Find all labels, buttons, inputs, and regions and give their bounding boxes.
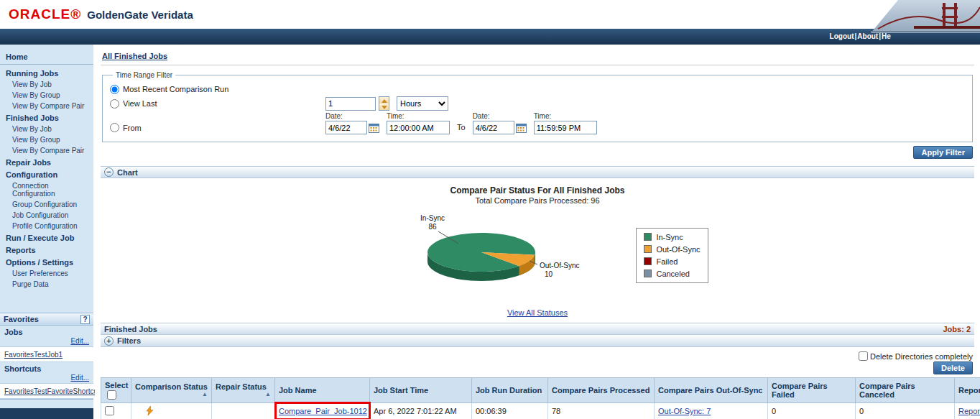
sidebar-item-reports[interactable]: Reports xyxy=(0,244,93,256)
sidebar-item-purge-data[interactable]: Purge Data xyxy=(0,279,93,290)
sidebar-item-configuration[interactable]: Configuration xyxy=(0,168,93,180)
sidebar-bottom-strip xyxy=(0,408,93,419)
product-name: GoldenGate Veridata xyxy=(87,9,193,21)
job-run-duration-cell: 00:06:39 xyxy=(472,402,548,419)
delete-directories-checkbox[interactable] xyxy=(859,351,868,361)
pie-value-in-sync: 86 xyxy=(429,223,438,231)
col-pairs-processed-header[interactable]: Compare Pairs Processed xyxy=(548,378,655,403)
sidebar: Home Running Jobs View By Job View By Gr… xyxy=(0,45,95,419)
sidebar-item-running-view-by-job[interactable]: View By Job xyxy=(0,79,93,90)
navbar-links: Logout|About|Help xyxy=(830,32,891,40)
row-select-checkbox[interactable] xyxy=(105,406,114,415)
breadcrumb: All Finished Jobs xyxy=(101,45,974,65)
oracle-logo: ORACLE® xyxy=(9,6,81,22)
to-time-input[interactable] xyxy=(534,121,597,134)
job-name-link[interactable]: Compare_Pair_Job-1012 xyxy=(279,407,367,415)
out-of-sync-link[interactable]: Out-Of-Sync: 7 xyxy=(658,407,711,415)
from-radio[interactable] xyxy=(110,123,119,132)
time-range-filter-legend: Time Range Filter xyxy=(113,71,175,79)
col-job-run-duration-header[interactable]: Job Run Duration xyxy=(472,378,548,403)
select-all-checkbox[interactable] xyxy=(107,390,116,400)
to-date-input[interactable] xyxy=(473,121,514,134)
number-spinner[interactable] xyxy=(379,96,389,111)
favorites-header: Favorites ? xyxy=(0,313,93,326)
sidebar-item-connection-configuration[interactable]: Connection Configuration xyxy=(0,180,93,199)
from-date-calendar-icon[interactable] xyxy=(369,123,379,133)
sidebar-nav: Home Running Jobs View By Job View By Gr… xyxy=(0,45,93,290)
sort-asc-icon[interactable]: ▲ xyxy=(265,391,271,397)
legend-label: In-Sync xyxy=(656,233,683,241)
spinner-down-icon[interactable] xyxy=(379,103,389,110)
from-time-input[interactable] xyxy=(387,121,450,134)
view-all-statuses-link[interactable]: View All Statuses xyxy=(507,308,568,317)
legend-label: Failed xyxy=(656,257,678,266)
sidebar-item-user-preferences[interactable]: User Preferences xyxy=(0,268,93,279)
favorite-shortcut-link[interactable]: FavoritesTestFavoriteShortcut xyxy=(4,387,100,395)
most-recent-label: Most Recent Comparison Run xyxy=(123,85,228,93)
golden-gate-bridge-image xyxy=(871,0,980,33)
job-start-time-cell: Apr 6, 2022 7:01:22 AM xyxy=(370,402,472,419)
row-select-cell xyxy=(101,402,131,419)
sidebar-item-finished-view-by-job[interactable]: View By Job xyxy=(0,124,93,134)
sidebar-item-home[interactable]: Home xyxy=(0,50,93,63)
sidebar-item-running-view-by-group[interactable]: View By Group xyxy=(0,90,93,101)
sidebar-item-profile-configuration[interactable]: Profile Configuration xyxy=(0,221,93,231)
sidebar-item-job-configuration[interactable]: Job Configuration xyxy=(0,210,93,221)
time-unit-select[interactable]: Hours xyxy=(397,96,448,111)
view-last-value-input[interactable] xyxy=(325,97,376,111)
from-date-input[interactable] xyxy=(325,121,367,134)
pairs-out-of-sync-cell: Out-Of-Sync: 7 xyxy=(655,402,768,419)
sidebar-item-finished-view-by-group[interactable]: View By Group xyxy=(0,134,93,145)
sort-asc-icon[interactable]: ▲ xyxy=(202,391,208,397)
col-pairs-canceled-header[interactable]: Compare Pairs Canceled xyxy=(856,378,955,403)
to-time-label: Time: xyxy=(534,112,597,120)
sidebar-item-running-jobs[interactable]: Running Jobs xyxy=(0,67,93,79)
most-recent-radio[interactable] xyxy=(110,85,119,94)
delete-button-top[interactable]: Delete xyxy=(933,362,973,374)
col-repair-status-header[interactable]: Repair Status▲ xyxy=(212,378,275,403)
logout-link[interactable]: Logout xyxy=(830,32,854,40)
finished-jobs-section-header: Finished Jobs Jobs: 2 xyxy=(101,323,974,335)
legend-swatch-failed xyxy=(644,257,652,265)
help-link[interactable]: Help xyxy=(882,32,891,40)
report-link[interactable]: Report xyxy=(958,407,980,415)
view-last-radio[interactable] xyxy=(110,99,119,109)
pie-value-out-of-sync: 10 xyxy=(545,270,553,278)
sidebar-item-options-settings[interactable]: Options / Settings xyxy=(0,256,93,268)
job-name-cell-annotated: Compare_Pair_Job-1012 xyxy=(275,402,370,419)
sidebar-item-finished-jobs[interactable]: Finished Jobs xyxy=(0,111,93,124)
logo: ORACLE® GoldenGate Veridata xyxy=(9,6,193,22)
sidebar-item-group-configuration[interactable]: Group Configuration xyxy=(0,199,93,210)
sidebar-item-run-execute-job[interactable]: Run / Execute Job xyxy=(0,231,93,244)
col-pairs-out-of-sync-header[interactable]: Compare Pairs Out-Of-Sync xyxy=(655,378,768,403)
spinner-up-icon[interactable] xyxy=(379,97,389,103)
col-job-name-header[interactable]: Job Name xyxy=(275,378,370,403)
favorites-help-button[interactable]: ? xyxy=(80,315,90,324)
pairs-failed-cell: 0 xyxy=(768,402,856,419)
apply-filter-button[interactable]: Apply Filter xyxy=(913,146,973,159)
col-pairs-failed-header[interactable]: Compare Pairs Failed xyxy=(768,378,856,403)
col-job-start-time-header[interactable]: Job Start Time xyxy=(370,378,472,403)
col-reports-header[interactable]: Reports xyxy=(955,378,980,403)
legend-item-failed: Failed xyxy=(644,257,700,266)
favorites-shortcuts-edit-link[interactable]: Edit... xyxy=(70,374,89,382)
breadcrumb-all-finished-jobs[interactable]: All Finished Jobs xyxy=(102,52,167,60)
col-comparison-status-header[interactable]: Comparison Status▲ xyxy=(131,378,212,403)
to-date-calendar-icon[interactable] xyxy=(516,123,527,133)
time-range-filter: Time Range Filter Most Recent Comparison… xyxy=(102,71,973,142)
favorites-jobs-edit-link[interactable]: Edit... xyxy=(70,337,89,345)
about-link[interactable]: About xyxy=(857,32,878,40)
out-of-sync-status-icon xyxy=(145,406,154,415)
sidebar-item-repair-jobs[interactable]: Repair Jobs xyxy=(0,156,93,168)
favorite-job-link[interactable]: FavoritesTestJob1 xyxy=(4,351,63,359)
sidebar-item-finished-view-by-compare-pair[interactable]: View By Compare Pair xyxy=(0,145,93,156)
sidebar-item-running-view-by-compare-pair[interactable]: View By Compare Pair xyxy=(0,101,93,111)
legend-label: Out-Of-Sync xyxy=(656,245,700,254)
expand-filters-icon[interactable]: + xyxy=(104,336,114,346)
legend-label: Canceled xyxy=(656,270,689,278)
legend-item-in-sync: In-Sync xyxy=(644,233,700,241)
collapse-chart-icon[interactable]: − xyxy=(104,167,114,177)
chart-title: Compare Pair Status For All Finished Job… xyxy=(101,185,974,195)
most-recent-row: Most Recent Comparison Run xyxy=(110,82,965,96)
legend-item-canceled: Canceled xyxy=(644,270,700,278)
